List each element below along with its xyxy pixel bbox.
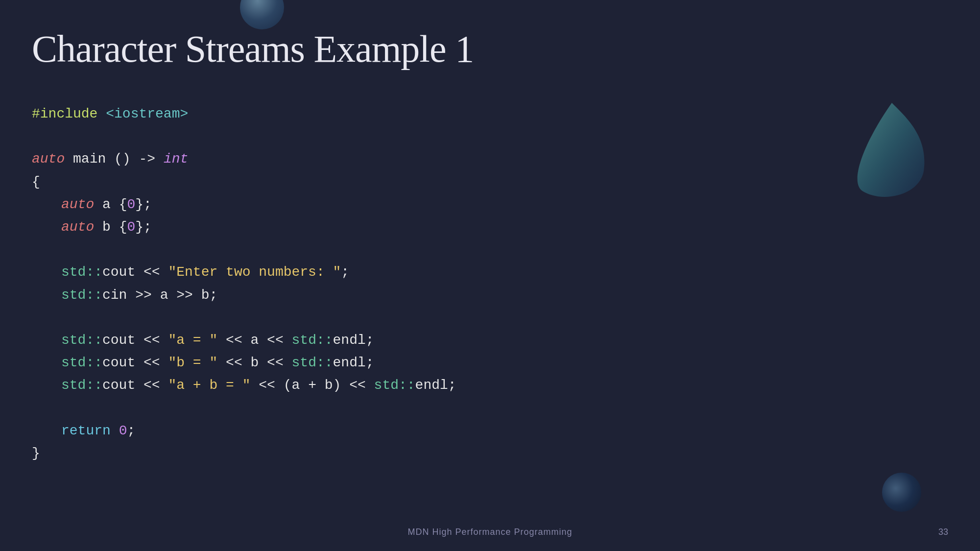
op-in-a: >> [127,287,160,303]
code-line-blank1 [32,125,456,148]
close-brace: } [32,446,40,461]
op-out-3a: << [135,355,168,370]
string-b-eq: "b = " [168,355,217,370]
op-out-4b: << [250,378,283,393]
semi-cout2: ; [366,333,374,348]
endl-3: endl [415,378,448,393]
cout-4: cout [102,378,135,393]
op-out-3c: << [259,355,291,370]
plus-op: + [300,378,324,393]
semi-cin: ; [210,287,218,303]
footer-text: MDN High Performance Programming [407,527,572,537]
paren-apb-open: ( [284,378,292,393]
semi-cout3: ; [366,355,374,370]
semi-cout1: ; [341,264,349,280]
code-line-auto-b: auto b {0}; [32,216,456,239]
semi-return: ; [127,423,135,438]
std-endl-1: std:: [292,333,333,348]
code-line-close-brace: } [32,442,456,465]
code-line-main: auto main () -> int [32,148,456,170]
main-func: main [65,151,114,167]
op-out-2b: << [217,333,250,348]
var-a-out: a [251,333,259,348]
var-b-cin: b [201,287,210,303]
auto-keyword-main: auto [32,151,65,167]
code-line-1: #include <iostream> [32,103,456,125]
code-line-cout1: std::cout << "Enter two numbers: "; [32,261,456,284]
page-number: 33 [938,527,948,537]
op-out-1: << [135,264,168,280]
std-cout-3: std:: [61,355,102,370]
code-line-blank3 [32,307,456,329]
std-cout-4: std:: [61,378,102,393]
var-b-decl: b [94,219,119,235]
num-0-a: 0 [127,197,135,212]
code-line-auto-a: auto a {0}; [32,193,456,216]
string-enter: "Enter two numbers: " [168,264,341,280]
var-a-sum: a [292,378,300,393]
return-keyword: return [61,423,111,438]
footer: MDN High Performance Programming [0,527,980,537]
auto-keyword-a: auto [61,197,94,212]
string-apb-eq: "a + b = " [168,378,250,393]
code-line-cout3: std::cout << "b = " << b << std::endl; [32,352,456,374]
brace-a: { [119,197,127,212]
brace-b: { [119,219,127,235]
var-a-decl: a [94,197,119,212]
std-endl-3: std:: [374,378,415,393]
leaf-decoration-top-right [853,98,931,206]
op-out-2a: << [135,333,168,348]
endl-1: endl [333,333,366,348]
string-a-eq: "a = " [168,333,217,348]
num-0-b: 0 [127,219,135,235]
cout-3: cout [102,355,135,370]
space-return [111,423,119,438]
paren-apb-close: ) [333,378,341,393]
int-keyword: int [164,151,188,167]
include-keyword: #include [32,106,97,121]
op-out-4c: << [341,378,374,393]
open-brace: { [32,174,40,190]
var-b-sum: b [325,378,333,393]
semi-cout4: ; [448,378,456,393]
iostream-header: <iostream> [106,106,188,121]
cout-1: cout [102,264,135,280]
std-cin: std:: [61,287,102,303]
code-line-return: return 0; [32,420,456,442]
code-line-cout2: std::cout << "a = " << a << std::endl; [32,329,456,352]
endl-2: endl [333,355,366,370]
arrow-op: -> [131,151,164,167]
op-in-b: >> [168,287,201,303]
code-line-cin: std::cin >> a >> b; [32,284,456,307]
orb-decoration-top [240,0,284,29]
semi-b: ; [143,219,152,235]
cin-1: cin [102,287,127,303]
op-out-4a: << [135,378,168,393]
return-val: 0 [119,423,127,438]
var-a-cin: a [160,287,168,303]
code-block: #include <iostream> auto main () -> int … [32,103,456,465]
code-line-cout4: std::cout << "a + b = " << (a + b) << st… [32,374,456,397]
var-b-out: b [251,355,259,370]
op-out-3b: << [217,355,250,370]
std-endl-2: std:: [292,355,333,370]
auto-keyword-b: auto [61,219,94,235]
semi-a: ; [143,197,152,212]
parens-main: () [114,151,131,167]
std-cout-2: std:: [61,333,102,348]
slide-title: Character Streams Example 1 [32,27,474,71]
code-line-blank4 [32,397,456,419]
orb-decoration-bottom-right [882,473,921,512]
code-line-blank2 [32,239,456,261]
std-cout-1: std:: [61,264,102,280]
cout-2: cout [102,333,135,348]
brace-a-close: } [135,197,143,212]
brace-b-close: } [135,219,143,235]
code-line-open-brace: { [32,171,456,193]
op-out-2c: << [259,333,291,348]
